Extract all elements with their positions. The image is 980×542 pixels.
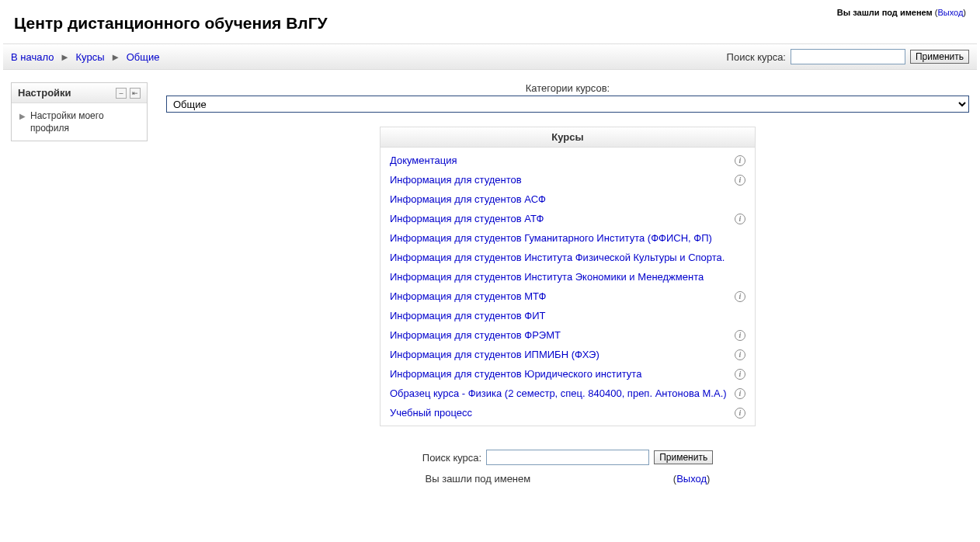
settings-block: Настройки – ⇤ ▶ Настройки моего профиля — [11, 82, 148, 141]
course-link[interactable]: Информация для студентов ИПМИБН (ФХЭ) — [390, 349, 599, 360]
course-row: Учебный процессi — [381, 403, 755, 422]
settings-tree-item[interactable]: ▶ Настройки моего профиля — [19, 109, 139, 134]
breadcrumb-courses[interactable]: Курсы — [76, 51, 105, 63]
course-box-header: Курсы — [381, 127, 755, 148]
course-link[interactable]: Информация для студентов — [390, 174, 522, 186]
info-icon[interactable]: i — [735, 291, 745, 302]
course-list: ДокументацияiИнформация для студентовiИн… — [381, 148, 755, 426]
login-text: Вы зашли под именем — [837, 8, 933, 17]
block-controls: – ⇤ — [116, 88, 141, 99]
course-row: Информация для студентов АСФ — [381, 189, 755, 209]
course-row: Образец курса - Физика (2 семестр, спец.… — [381, 384, 755, 403]
main-content: Категории курсов: Общие Курсы Документац… — [166, 82, 969, 492]
profile-settings-link[interactable]: Настройки моего профиля — [30, 109, 139, 134]
site-title: Центр дистанционного обучения ВлГУ — [14, 8, 328, 43]
course-link[interactable]: Информация для студентов Гуманитарного И… — [390, 232, 712, 244]
course-link[interactable]: Информация для студентов Института Физич… — [390, 252, 725, 263]
course-row: Информация для студентов Института Физич… — [381, 248, 755, 267]
search-label-bottom: Поиск курса: — [422, 452, 481, 464]
logout-link-bottom[interactable]: Выход — [676, 473, 707, 485]
search-input[interactable] — [791, 49, 905, 64]
login-info: Вы зашли под именем (Выход) — [837, 8, 966, 17]
search-label: Поиск курса: — [727, 51, 786, 63]
course-row: Информация для студентов Юридического ин… — [381, 364, 755, 384]
settings-block-content: ▶ Настройки моего профиля — [12, 103, 147, 141]
navbar: В начало ► Курсы ► Общие Поиск курса: Пр… — [3, 43, 977, 70]
sidebar: Настройки – ⇤ ▶ Настройки моего профиля — [11, 82, 148, 141]
block-dock-icon[interactable]: ⇤ — [130, 88, 141, 99]
search-submit-button[interactable]: Применить — [910, 50, 969, 64]
search-input-bottom[interactable] — [486, 450, 649, 465]
info-icon[interactable]: i — [735, 388, 745, 399]
course-link[interactable]: Информация для студентов АСФ — [390, 193, 546, 205]
category-select[interactable]: Общие — [166, 96, 969, 113]
course-row: Информация для студентов МТФi — [381, 287, 755, 306]
breadcrumb-current[interactable]: Общие — [127, 51, 160, 63]
course-row: Информация для студентовi — [381, 170, 755, 189]
category-label: Категории курсов: — [166, 82, 969, 94]
course-link[interactable]: Информация для студентов МТФ — [390, 290, 546, 302]
info-icon[interactable]: i — [735, 349, 745, 360]
breadcrumb-sep-icon: ► — [60, 51, 70, 63]
info-icon[interactable]: i — [735, 330, 745, 341]
course-row: Документацияi — [381, 151, 755, 170]
breadcrumb-home[interactable]: В начало — [11, 51, 54, 63]
course-search-form: Поиск курса: Применить — [727, 49, 969, 64]
bottom-area: Поиск курса: Применить Вы зашли под имен… — [166, 426, 969, 492]
info-icon[interactable]: i — [735, 175, 745, 186]
course-box: Курсы ДокументацияiИнформация для студен… — [380, 127, 756, 426]
logout-wrap-bottom: (Выход) — [673, 473, 711, 485]
breadcrumb: В начало ► Курсы ► Общие — [11, 51, 159, 63]
course-row: Информация для студентов Института Эконо… — [381, 267, 755, 287]
settings-block-header: Настройки – ⇤ — [12, 83, 147, 103]
block-hide-icon[interactable]: – — [116, 88, 127, 99]
course-link[interactable]: Учебный процесс — [390, 407, 472, 419]
course-row: Информация для студентов ФРЭМТi — [381, 325, 755, 345]
login-text-bottom: Вы зашли под именем — [426, 473, 531, 485]
course-link[interactable]: Документация — [390, 155, 457, 166]
course-row: Информация для студентов Гуманитарного И… — [381, 228, 755, 248]
logout-link[interactable]: Выход — [937, 8, 963, 17]
course-row: Информация для студентов АТФi — [381, 209, 755, 228]
info-icon[interactable]: i — [735, 369, 745, 380]
tree-arrow-icon: ▶ — [19, 111, 26, 122]
info-icon[interactable]: i — [735, 408, 745, 419]
course-link[interactable]: Образец курса - Физика (2 семестр, спец.… — [390, 387, 727, 399]
course-search-form-bottom: Поиск курса: Применить — [166, 450, 969, 465]
bottom-login: Вы зашли под именем (Выход) — [166, 473, 969, 485]
info-icon[interactable]: i — [735, 155, 745, 166]
course-row: Информация для студентов ФИТ — [381, 306, 755, 325]
course-link[interactable]: Информация для студентов Института Эконо… — [390, 271, 704, 283]
course-link[interactable]: Информация для студентов АТФ — [390, 213, 544, 224]
course-row: Информация для студентов ИПМИБН (ФХЭ)i — [381, 345, 755, 364]
course-link[interactable]: Информация для студентов ФИТ — [390, 310, 545, 321]
breadcrumb-sep-icon: ► — [110, 51, 120, 63]
search-submit-button-bottom[interactable]: Применить — [654, 450, 713, 464]
course-link[interactable]: Информация для студентов ФРЭМТ — [390, 329, 561, 341]
settings-block-title: Настройки — [18, 87, 71, 99]
info-icon[interactable]: i — [735, 214, 745, 224]
logout-wrap: (Выход) — [935, 8, 966, 17]
course-link[interactable]: Информация для студентов Юридического ин… — [390, 368, 641, 380]
